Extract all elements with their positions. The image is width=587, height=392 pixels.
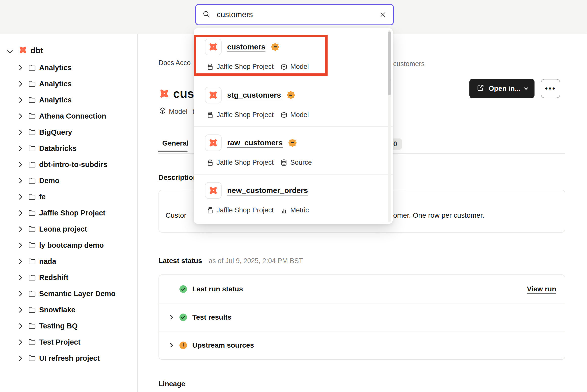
- folder-icon: [28, 338, 36, 346]
- project-icon: [206, 111, 214, 119]
- search-result-new_customer_orders[interactable]: new_customer_orders Jaffle Shop Project …: [194, 174, 393, 222]
- search-value: customers: [217, 10, 373, 19]
- active-tab-underline: [158, 151, 188, 152]
- folder-icon: [28, 209, 36, 217]
- sidebar-item-dbt-root[interactable]: dbt: [0, 42, 43, 59]
- chevron-right-icon[interactable]: [17, 81, 22, 86]
- result-name-link[interactable]: raw_customers: [227, 138, 283, 147]
- chevron-right-icon[interactable]: [17, 339, 22, 345]
- folder-icon: [28, 290, 36, 298]
- external-link-icon: [476, 84, 485, 92]
- latest-status-card: Last run statusView run Test results Ups…: [158, 274, 565, 360]
- sidebar-item-label: UI refresh project: [39, 354, 100, 362]
- sidebar-item-label: BigQuery: [39, 128, 72, 136]
- status-row-test-results[interactable]: Test results: [159, 303, 565, 331]
- search-input[interactable]: customers: [195, 4, 394, 25]
- sidebar-item-label: Leona project: [39, 225, 87, 233]
- sidebar-item-dbt-intro-to-subdirs[interactable]: dbt-intro-to-subdirs: [0, 156, 108, 173]
- search-result-stg_customers[interactable]: stg_customers Jaffle Shop Project Model: [194, 79, 393, 126]
- open-in-button[interactable]: Open in...: [469, 79, 535, 98]
- folder-icon: [28, 193, 36, 201]
- sidebar-item-analytics[interactable]: Analytics: [0, 60, 72, 76]
- chevron-right-icon[interactable]: [168, 343, 173, 347]
- folder-icon: [28, 257, 36, 265]
- sidebar-item-analytics[interactable]: Analytics: [0, 92, 72, 108]
- chevron-right-icon[interactable]: [17, 210, 22, 215]
- dropdown-scrollbar-thumb[interactable]: [388, 32, 391, 95]
- chevron-right-icon[interactable]: [168, 315, 173, 319]
- search-result-customers[interactable]: customers Jaffle Shop Project Model: [194, 34, 393, 79]
- page-right-scroll-edge: [586, 34, 586, 392]
- close-icon[interactable]: [379, 11, 387, 19]
- dbt-logo-icon: [159, 88, 170, 100]
- result-name-link[interactable]: stg_customers: [227, 91, 281, 99]
- sidebar-item-redshift[interactable]: Redshift: [0, 269, 68, 286]
- breadcrumb-tail: customers: [393, 60, 425, 68]
- folder-icon: [28, 225, 36, 233]
- lineage-heading: Lineage: [158, 380, 185, 388]
- model-cube-icon: [159, 107, 166, 116]
- latest-status-timestamp: as of Jul 9, 2025, 2:04 PM BST: [209, 257, 303, 265]
- sidebar-item-ui-refresh-project[interactable]: UI refresh project: [0, 350, 100, 366]
- chevron-right-icon[interactable]: [17, 65, 22, 70]
- chevron-right-icon[interactable]: [17, 242, 22, 248]
- chevron-right-icon[interactable]: [17, 129, 22, 135]
- status-row-label: Upstream sources: [192, 341, 254, 349]
- sidebar-item-nada[interactable]: nada: [0, 253, 56, 269]
- sidebar-item-leona-project[interactable]: Leona project: [0, 221, 87, 237]
- sidebar-item-testing-bq[interactable]: Testing BQ: [0, 318, 78, 334]
- chevron-right-icon[interactable]: [17, 113, 22, 119]
- chevron-right-icon[interactable]: [17, 291, 22, 296]
- search-result-raw_customers[interactable]: raw_customers Jaffle Shop Project Source: [194, 126, 393, 174]
- project-icon: [206, 63, 214, 71]
- project-icon: [206, 111, 214, 119]
- sidebar-item-label: Databricks: [39, 144, 76, 153]
- sidebar-item-databricks[interactable]: Databricks: [0, 140, 76, 156]
- chevron-right-icon[interactable]: [17, 178, 22, 183]
- result-name-link[interactable]: new_customer_orders: [227, 186, 308, 195]
- chevron-down-icon[interactable]: [7, 48, 13, 53]
- chevron-right-icon[interactable]: [17, 259, 22, 264]
- resource-type-row: Model: [159, 107, 188, 116]
- sidebar-item-jaffle-shop-project[interactable]: Jaffle Shop Project: [0, 205, 105, 221]
- chevron-right-icon[interactable]: [17, 275, 22, 280]
- model-cube-icon: [280, 63, 288, 71]
- chevron-right-icon[interactable]: [17, 323, 22, 328]
- sidebar-item-demo[interactable]: Demo: [0, 173, 60, 189]
- status-row-last-run-status: Last run statusView run: [159, 275, 565, 303]
- more-options-button[interactable]: •••: [541, 79, 560, 98]
- sidebar-item-athena-connection[interactable]: Athena Connection: [0, 108, 106, 124]
- chevron-right-icon[interactable]: [17, 162, 22, 167]
- folder-icon: [28, 144, 36, 152]
- sidebar-item-snowflake[interactable]: Snowflake: [0, 302, 75, 318]
- sidebar-item-label: Analytics: [39, 96, 72, 104]
- chevron-right-icon[interactable]: [17, 355, 22, 361]
- sidebar-item-fe[interactable]: fe: [0, 189, 46, 205]
- status-row-upstream-sources[interactable]: Upstream sources: [159, 331, 565, 359]
- sidebar-item-semantic-layer-demo[interactable]: Semantic Layer Demo: [0, 286, 116, 302]
- sidebar-item-ly-bootcamp-demo[interactable]: ly bootcamp demo: [0, 237, 104, 253]
- chevron-right-icon[interactable]: [17, 146, 22, 151]
- chevron-right-icon[interactable]: [17, 97, 22, 102]
- breadcrumb: Docs Acco: [158, 59, 191, 67]
- sidebar-item-bigquery[interactable]: BigQuery: [0, 124, 72, 140]
- sidebar-item-analytics[interactable]: Analytics: [0, 76, 72, 92]
- project-icon: [206, 159, 214, 166]
- chevron-right-icon[interactable]: [17, 194, 22, 199]
- chevron-right-icon[interactable]: [17, 307, 22, 312]
- tab-general[interactable]: General: [162, 139, 189, 147]
- folder-icon: [28, 80, 36, 88]
- result-meta: Jaffle Shop Project Metric: [206, 206, 309, 214]
- folder-icon: [28, 241, 36, 249]
- sidebar-item-test-project[interactable]: Test Project: [0, 334, 81, 350]
- folder-icon: [28, 160, 36, 169]
- folder-icon: [28, 80, 36, 88]
- folder-icon: [28, 273, 36, 282]
- chevron-right-icon[interactable]: [17, 226, 22, 232]
- view-run-link[interactable]: View run: [527, 285, 556, 293]
- folder-icon: [28, 177, 36, 185]
- metric-chart-icon: [280, 207, 288, 214]
- result-icon-box: [205, 134, 222, 151]
- result-type-label: Model: [290, 111, 309, 119]
- result-name-link[interactable]: customers: [227, 43, 265, 51]
